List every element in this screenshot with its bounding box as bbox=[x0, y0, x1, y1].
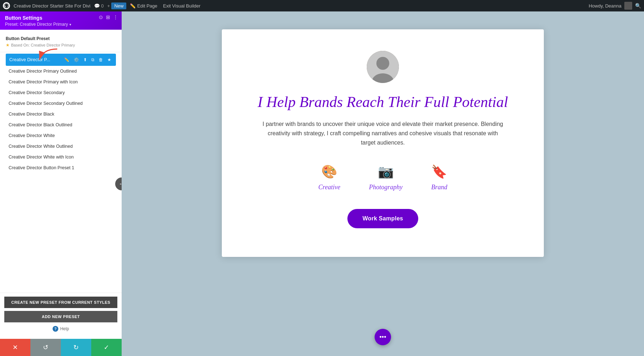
plus-icon: + bbox=[107, 3, 110, 9]
preset-label-cdso: Creative Director Secondary Outlined bbox=[9, 101, 113, 106]
undo-button[interactable]: ↺ bbox=[30, 339, 61, 356]
panel-header: Button Settings Preset: Creative Directo… bbox=[0, 11, 122, 30]
service-item-brand: 🔖 Brand bbox=[431, 164, 447, 191]
star-icon: ★ bbox=[6, 43, 10, 48]
svg-point-3 bbox=[376, 57, 389, 70]
duplicate-preset-icon[interactable]: ⬆ bbox=[82, 57, 88, 63]
wp-logo-icon[interactable] bbox=[3, 2, 10, 9]
canvas-area: I Help Brands Reach Their Full Potential… bbox=[122, 11, 644, 356]
hero-description: I partner with brands to uncover their u… bbox=[261, 120, 504, 147]
help-circle-icon: ? bbox=[53, 326, 58, 332]
services-row: 🎨 Creative 📷 Photography 🔖 Brand bbox=[318, 164, 447, 191]
preset-item-cdso[interactable]: Creative Director Secondary Outlined bbox=[3, 98, 119, 109]
create-preset-button[interactable]: CREATE NEW PRESET FROM CURRENT STYLES bbox=[4, 297, 117, 308]
avatar-image bbox=[367, 51, 399, 83]
service-label-brand: Brand bbox=[431, 184, 447, 191]
preset-label-cdwi: Creative Director White with Icon bbox=[9, 155, 113, 160]
edit-page-link[interactable]: ✏️ Edit Page bbox=[128, 3, 159, 9]
comment-bubble[interactable]: 💬 0 bbox=[94, 3, 104, 9]
photography-icon: 📷 bbox=[378, 164, 394, 179]
preset-label-cdw: Creative Director White bbox=[9, 133, 113, 138]
preset-label-cdwo: Creative Director White Outlined bbox=[9, 144, 113, 149]
preset-item-cdwi[interactable]: Creative Director White with Icon bbox=[3, 152, 119, 162]
star-preset-icon[interactable]: ★ bbox=[106, 57, 112, 63]
active-preset-label: Creative Director P... bbox=[9, 57, 63, 62]
grid-header-icon[interactable]: ⊞ bbox=[106, 14, 110, 20]
panel-footer: CREATE NEW PRESET FROM CURRENT STYLES AD… bbox=[0, 293, 122, 339]
fab-three-dots-button[interactable]: ••• bbox=[375, 329, 391, 345]
main-area: Button Settings Preset: Creative Directo… bbox=[0, 11, 644, 356]
more-header-icon[interactable]: ⋮ bbox=[113, 14, 118, 20]
preset-item-cdwo[interactable]: Creative Director White Outlined bbox=[3, 141, 119, 152]
cancel-button[interactable]: ✕ bbox=[0, 339, 30, 356]
active-preset-actions: ✏️ ⚙️ ⬆ ⧉ 🗑 ★ bbox=[63, 57, 112, 63]
preset-item-cdw[interactable]: Creative Director White bbox=[3, 130, 119, 141]
hero-title: I Help Brands Reach Their Full Potential bbox=[258, 93, 508, 111]
preset-label-cdpi: Creative Director Primary with Icon bbox=[9, 79, 113, 84]
preset-section: Creative Director P... ✏️ ⚙️ ⬆ ⧉ 🗑 ★ Cre… bbox=[0, 52, 122, 175]
preset-item-cdp[interactable]: Creative Director Primary Outlined bbox=[3, 66, 119, 77]
panel-preset-subtitle[interactable]: Preset: Creative Director Primary bbox=[5, 22, 117, 27]
help-section[interactable]: ? Help bbox=[4, 322, 117, 333]
comment-count: 0 bbox=[101, 3, 104, 9]
top-bar-nav: + New ✏️ Edit Page Exit Visual Builder bbox=[107, 3, 203, 9]
top-bar-right: Howdy, Deanna 🔍 bbox=[589, 2, 641, 10]
preset-item-cdbp[interactable]: Creative Director Button Preset 1 bbox=[3, 162, 119, 173]
preset-item-cdpi[interactable]: Creative Director Primary with Icon bbox=[3, 77, 119, 87]
default-preset-section: Button Default Preset ★ Based On: Creati… bbox=[0, 33, 122, 52]
active-preset-item[interactable]: Creative Director P... ✏️ ⚙️ ⬆ ⧉ 🗑 ★ bbox=[6, 54, 116, 66]
user-avatar[interactable] bbox=[624, 2, 632, 10]
preset-item-cds[interactable]: Creative Director Secondary bbox=[3, 87, 119, 98]
preset-label-cdb: Creative Director Black bbox=[9, 112, 113, 117]
preset-label-cds: Creative Director Secondary bbox=[9, 90, 113, 95]
pencil-icon: ✏️ bbox=[130, 3, 136, 9]
preset-label-cdp: Creative Director Primary Outlined bbox=[9, 69, 113, 74]
search-icon[interactable]: 🔍 bbox=[635, 3, 641, 9]
brand-icon: 🔖 bbox=[431, 164, 447, 179]
redo-button[interactable]: ↻ bbox=[61, 339, 91, 356]
edit-preset-icon[interactable]: ✏️ bbox=[63, 57, 70, 63]
top-bar: Creative Director Starter Site For Divi … bbox=[0, 0, 644, 11]
avatar bbox=[367, 51, 399, 83]
add-preset-button[interactable]: ADD NEW PRESET bbox=[4, 311, 117, 322]
site-name: Creative Director Starter Site For Divi bbox=[14, 3, 91, 9]
service-label-creative: Creative bbox=[318, 184, 340, 191]
bottom-bar: ✕ ↺ ↻ ✓ bbox=[0, 339, 122, 356]
service-item-photography: 📷 Photography bbox=[369, 164, 402, 191]
preset-item-cdb[interactable]: Creative Director Black bbox=[3, 109, 119, 120]
save-button[interactable]: ✓ bbox=[91, 339, 122, 356]
help-label: Help bbox=[60, 326, 69, 331]
panel-header-icons: ⊙ ⊞ ⋮ bbox=[99, 14, 118, 20]
creative-icon: 🎨 bbox=[321, 164, 337, 179]
new-nav-btn[interactable]: New bbox=[111, 3, 126, 9]
sidebar-panel: Button Settings Preset: Creative Directo… bbox=[0, 11, 122, 356]
cta-button[interactable]: Work Samples bbox=[347, 209, 418, 228]
howdy-label: Howdy, Deanna bbox=[589, 3, 621, 9]
preset-list-container: Button Default Preset ★ Based On: Creati… bbox=[0, 30, 122, 293]
preset-label-cdbp: Creative Director Button Preset 1 bbox=[9, 165, 113, 170]
exit-builder-link[interactable]: Exit Visual Builder bbox=[161, 3, 203, 9]
service-label-photography: Photography bbox=[369, 184, 402, 191]
default-preset-label: Button Default Preset bbox=[6, 36, 116, 41]
search-header-icon[interactable]: ⊙ bbox=[99, 14, 103, 20]
comment-icon: 💬 bbox=[94, 3, 100, 9]
preset-label-cdbo: Creative Director Black Outlined bbox=[9, 122, 113, 127]
page-card: I Help Brands Reach Their Full Potential… bbox=[222, 29, 544, 257]
service-item-creative: 🎨 Creative bbox=[318, 164, 340, 191]
top-bar-left: Creative Director Starter Site For Divi … bbox=[3, 2, 584, 9]
default-preset-based: ★ Based On: Creative Director Primary bbox=[6, 43, 116, 48]
delete-preset-icon[interactable]: 🗑 bbox=[98, 57, 104, 63]
settings-preset-icon[interactable]: ⚙️ bbox=[73, 57, 80, 63]
copy-preset-icon[interactable]: ⧉ bbox=[90, 57, 96, 63]
preset-item-cdbo[interactable]: Creative Director Black Outlined bbox=[3, 120, 119, 130]
